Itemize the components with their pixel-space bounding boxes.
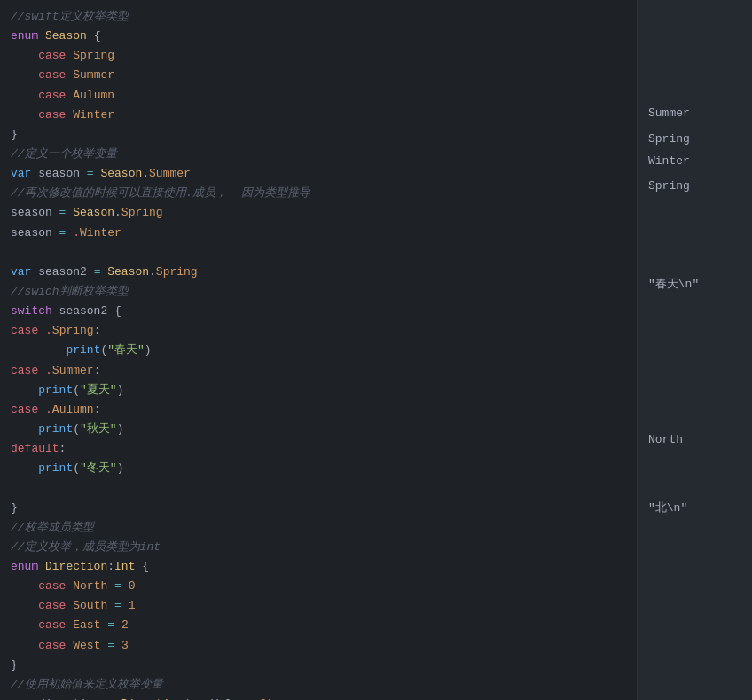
code-line-30: case North = 0 (0, 577, 637, 596)
code-line-35: //使用初始值来定义枚举变量 (0, 675, 637, 695)
output-panel: Summer Spring Winter Spring "春天\n" North… (637, 0, 752, 700)
output-spring-2: Spring (648, 176, 741, 198)
code-line-15: //swich判断枚举类型 (0, 282, 637, 302)
code-line-6: case Winter (0, 106, 637, 125)
code-line-14: var season2 = Season.Spring (0, 263, 637, 282)
code-line-12: season = .Winter (0, 224, 637, 243)
code-line-19: case .Summer: (0, 361, 637, 381)
code-line-10: //再次修改值的时候可以直接使用.成员， 因为类型推导 (0, 184, 637, 203)
code-line-31: case South = 1 (0, 596, 637, 616)
output-bei: "北\n" (648, 498, 741, 520)
code-line-24: print("冬天") (0, 459, 637, 478)
code-line-21: case .Aulumn: (0, 400, 637, 420)
code-line-36: var direction = Direction(rawValue: 0) (0, 695, 637, 700)
code-line-25 (0, 478, 637, 498)
output-summer: Summer (648, 103, 741, 125)
code-line-28: //定义枚举，成员类型为int (0, 538, 637, 557)
code-line-9: var season = Season.Summer (0, 164, 637, 184)
code-line-23: default: (0, 439, 637, 459)
code-line-2: enum Season { (0, 27, 637, 46)
code-line-18: print("春天") (0, 341, 637, 360)
code-line-5: case Aulumn (0, 86, 637, 106)
code-line-13 (0, 243, 637, 263)
code-line-34: } (0, 656, 637, 675)
code-line-33: case West = 3 (0, 636, 637, 656)
code-line-17: case .Spring: (0, 321, 637, 341)
code-line-3: case Spring (0, 46, 637, 66)
output-chuntian: "春天\n" (648, 274, 741, 296)
code-line-7: } (0, 125, 637, 145)
code-line-26: } (0, 499, 637, 518)
code-line-29: enum Direction:Int { (0, 557, 637, 577)
code-line-4: case Summer (0, 66, 637, 85)
code-line-20: print("夏天") (0, 381, 637, 400)
code-line-22: print("秋天") (0, 420, 637, 439)
code-line-32: case East = 2 (0, 616, 637, 635)
output-north: North (648, 429, 741, 452)
code-line-11: season = Season.Spring (0, 203, 637, 223)
output-spring-1: Spring (648, 129, 741, 151)
output-winter: Winter (648, 151, 741, 173)
code-line-8: //定义一个枚举变量 (0, 145, 637, 164)
code-line-16: switch season2 { (0, 302, 637, 321)
code-line-27: //枚举成员类型 (0, 518, 637, 538)
code-line-1: //swift定义枚举类型 (0, 7, 637, 27)
code-panel: //swift定义枚举类型enum Season { case Spring c… (0, 0, 637, 700)
